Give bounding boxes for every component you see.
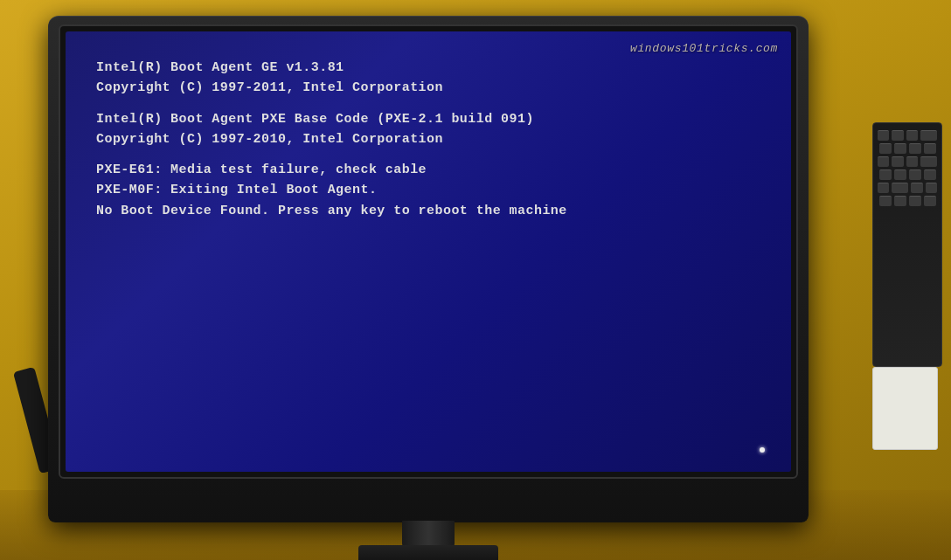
keyboard	[872, 122, 942, 367]
key	[920, 156, 937, 167]
no-boot-device-line: No Boot Device Found. Press any key to r…	[96, 201, 774, 221]
key	[924, 196, 936, 206]
key	[920, 130, 937, 141]
key	[894, 143, 906, 154]
watermark: windows101tricks.com	[630, 42, 778, 55]
key	[878, 156, 889, 167]
key	[911, 183, 922, 193]
monitor-bezel: windows101tricks.com Intel(R) Boot Agent…	[59, 24, 798, 479]
monitor-stand-neck	[402, 521, 455, 547]
key	[892, 156, 903, 167]
boot-agent-pxe-group: Intel(R) Boot Agent PXE Base Code (PXE-2…	[96, 109, 774, 150]
key	[909, 196, 921, 206]
key	[892, 130, 903, 141]
key-row-2	[878, 143, 937, 154]
key	[924, 169, 936, 180]
key	[906, 156, 918, 167]
boot-agent-ge-group: Intel(R) Boot Agent GE v1.3.81 Copyright…	[96, 58, 774, 99]
white-box-item	[872, 367, 938, 450]
boot-agent-pxe-line1: Intel(R) Boot Agent PXE Base Code (PXE-2…	[96, 109, 774, 129]
boot-agent-ge-line2: Copyright (C) 1997-2011, Intel Corporati…	[96, 78, 774, 98]
key	[909, 143, 921, 154]
key	[926, 183, 937, 193]
key	[878, 183, 889, 193]
scene: windows101tricks.com Intel(R) Boot Agent…	[0, 0, 951, 560]
key	[924, 143, 936, 154]
key	[892, 183, 908, 193]
key-row-3	[878, 156, 937, 167]
key	[894, 169, 906, 180]
key	[878, 130, 889, 141]
boot-agent-ge-line1: Intel(R) Boot Agent GE v1.3.81	[96, 58, 774, 78]
screen: windows101tricks.com Intel(R) Boot Agent…	[66, 31, 791, 472]
pxe-m0f-line: PXE-M0F: Exiting Intel Boot Agent.	[96, 180, 774, 200]
key	[879, 169, 892, 180]
key	[906, 130, 918, 141]
watermark-text: windows101tricks.com	[630, 42, 778, 55]
key-row-1	[878, 130, 937, 141]
right-side-items	[807, 52, 942, 489]
power-led	[760, 447, 765, 453]
key-row-5	[878, 183, 937, 193]
key	[879, 196, 892, 206]
monitor: windows101tricks.com Intel(R) Boot Agent…	[48, 16, 809, 522]
monitor-stand-base	[358, 545, 498, 560]
key	[879, 143, 892, 154]
key-row-6	[878, 196, 937, 206]
key-row-4	[878, 169, 937, 180]
key	[894, 196, 906, 206]
screen-content: Intel(R) Boot Agent GE v1.3.81 Copyright…	[96, 58, 774, 454]
keyboard-keys	[873, 123, 941, 216]
boot-agent-pxe-line2: Copyright (C) 1997-2010, Intel Corporati…	[96, 129, 774, 149]
key	[909, 169, 921, 180]
error-group: PXE-E61: Media test failure, check cable…	[96, 160, 774, 221]
pxe-e61-line: PXE-E61: Media test failure, check cable	[96, 160, 774, 180]
